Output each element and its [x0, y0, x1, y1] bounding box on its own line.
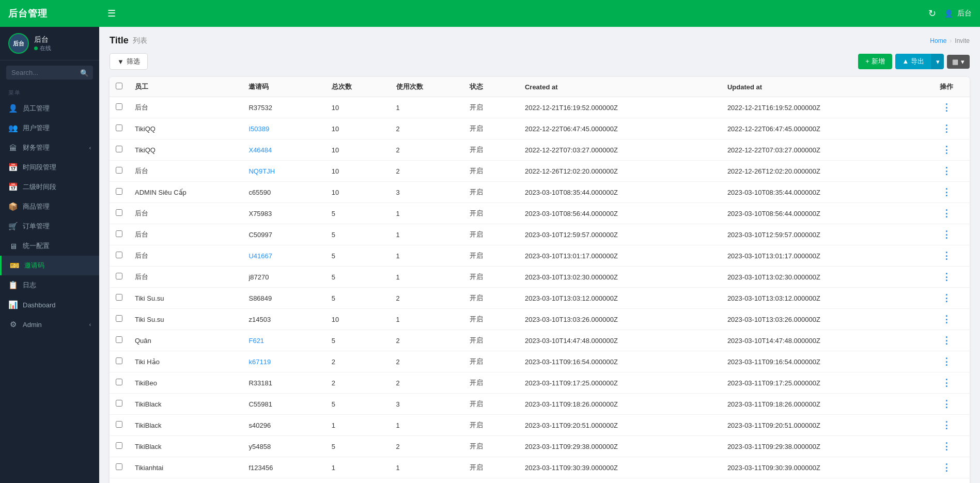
row-checkbox-0[interactable]	[116, 103, 122, 110]
select-all-checkbox[interactable]	[116, 83, 122, 89]
row-checkbox-cell-2	[110, 139, 129, 161]
row-total-14: 5	[325, 394, 390, 415]
action-menu-10[interactable]: ⋮	[942, 314, 951, 324]
row-checkbox-6[interactable]	[116, 230, 122, 237]
action-menu-2[interactable]: ⋮	[942, 145, 951, 155]
row-action-10[interactable]: ⋮	[924, 309, 970, 330]
row-action-1[interactable]: ⋮	[924, 118, 970, 139]
sidebar-item-invite[interactable]: 🎫 邀请码	[0, 256, 99, 275]
row-checkbox-15[interactable]	[116, 421, 122, 428]
row-action-5[interactable]: ⋮	[924, 203, 970, 224]
row-invite-code-12[interactable]: k67119	[242, 351, 325, 372]
row-action-14[interactable]: ⋮	[924, 394, 970, 415]
search-icon-button[interactable]: 🔍	[80, 69, 89, 76]
sidebar-item-timeslot[interactable]: 📅 时间段管理	[0, 158, 99, 177]
action-menu-6[interactable]: ⋮	[942, 229, 951, 240]
row-checkbox-4[interactable]	[116, 188, 122, 195]
action-menu-11[interactable]: ⋮	[942, 335, 951, 346]
row-action-15[interactable]: ⋮	[924, 415, 970, 436]
top-bar-user[interactable]: 👤 后台	[944, 9, 972, 18]
sidebar-item-employees[interactable]: 👤 员工管理	[0, 99, 99, 118]
action-menu-7[interactable]: ⋮	[942, 251, 951, 261]
row-action-18[interactable]: ⋮	[924, 478, 970, 484]
action-menu-17[interactable]: ⋮	[942, 462, 951, 473]
row-action-13[interactable]: ⋮	[924, 372, 970, 394]
action-menu-16[interactable]: ⋮	[942, 441, 951, 451]
breadcrumb-home[interactable]: Home	[930, 37, 946, 44]
action-menu-13[interactable]: ⋮	[942, 378, 951, 388]
row-status-8: 开启	[463, 267, 519, 288]
sidebar-item-dashboard[interactable]: 📊 Dashboard	[0, 295, 99, 315]
filter-button[interactable]: ▼ 筛选	[110, 53, 148, 70]
row-checkbox-5[interactable]	[116, 209, 122, 216]
row-invite-code-11[interactable]: F621	[242, 330, 325, 351]
row-checkbox-16[interactable]	[116, 442, 122, 449]
row-invite-code-3[interactable]: NQ9TJH	[242, 161, 325, 182]
row-action-12[interactable]: ⋮	[924, 351, 970, 372]
sidebar-item-config[interactable]: 🖥 统一配置	[0, 236, 99, 256]
row-checkbox-2[interactable]	[116, 146, 122, 152]
action-menu-14[interactable]: ⋮	[942, 399, 951, 409]
action-menu-0[interactable]: ⋮	[942, 102, 951, 113]
action-menu-3[interactable]: ⋮	[942, 166, 951, 176]
row-checkbox-13[interactable]	[116, 379, 122, 385]
table-row: 后台 NQ9TJH 10 2 开启 2022-12-26T12:02:20.00…	[110, 161, 970, 182]
sidebar-item-admin[interactable]: ⚙ Admin ‹	[0, 315, 99, 334]
row-checkbox-3[interactable]	[116, 167, 122, 174]
row-invite-code-2[interactable]: X46484	[242, 139, 325, 161]
row-invite-code-7[interactable]: U41667	[242, 245, 325, 267]
row-action-9[interactable]: ⋮	[924, 288, 970, 309]
row-checkbox-7[interactable]	[116, 252, 122, 258]
sidebar-item-timeslot2[interactable]: 📅 二级时间段	[0, 177, 99, 197]
col-created: Created at	[519, 77, 721, 97]
row-total-11: 5	[325, 330, 390, 351]
hamburger-menu[interactable]: ☰	[107, 8, 116, 19]
row-action-17[interactable]: ⋮	[924, 457, 970, 478]
row-checkbox-cell-6	[110, 224, 129, 245]
row-checkbox-11[interactable]	[116, 336, 122, 343]
action-menu-8[interactable]: ⋮	[942, 272, 951, 282]
action-menu-12[interactable]: ⋮	[942, 356, 951, 367]
sidebar-search[interactable]: 🔍	[6, 66, 93, 80]
row-action-4[interactable]: ⋮	[924, 182, 970, 203]
row-checkbox-cell-10	[110, 309, 129, 330]
action-menu-1[interactable]: ⋮	[942, 123, 951, 134]
sidebar-item-users[interactable]: 👥 用户管理	[0, 118, 99, 138]
new-button[interactable]: + 新增	[858, 54, 892, 69]
row-checkbox-1[interactable]	[116, 124, 122, 131]
row-action-7[interactable]: ⋮	[924, 245, 970, 267]
row-action-16[interactable]: ⋮	[924, 436, 970, 457]
refresh-icon[interactable]: ↻	[928, 8, 936, 19]
sidebar-item-logs[interactable]: 📋 日志	[0, 275, 99, 295]
col-employee: 员工	[129, 77, 242, 97]
row-checkbox-cell-13	[110, 372, 129, 394]
sidebar-item-orders[interactable]: 🛒 订单管理	[0, 216, 99, 236]
row-checkbox-14[interactable]	[116, 400, 122, 407]
row-checkbox-8[interactable]	[116, 273, 122, 279]
row-action-2[interactable]: ⋮	[924, 139, 970, 161]
row-invite-code-18[interactable]: N75953	[242, 478, 325, 484]
row-action-8[interactable]: ⋮	[924, 267, 970, 288]
columns-button[interactable]: ▦ ▾	[947, 55, 970, 69]
row-status-18: 开启	[463, 478, 519, 484]
row-checkbox-10[interactable]	[116, 315, 122, 322]
row-action-11[interactable]: ⋮	[924, 330, 970, 351]
action-menu-5[interactable]: ⋮	[942, 208, 951, 219]
action-menu-15[interactable]: ⋮	[942, 420, 951, 430]
row-updated-9: 2023-03-10T13:03:12.000000Z	[721, 288, 924, 309]
action-menu-9[interactable]: ⋮	[942, 293, 951, 303]
row-action-6[interactable]: ⋮	[924, 224, 970, 245]
action-menu-4[interactable]: ⋮	[942, 187, 951, 197]
row-checkbox-17[interactable]	[116, 463, 122, 470]
export-dropdown-button[interactable]: ▾	[931, 54, 944, 69]
row-status-16: 开启	[463, 436, 519, 457]
row-created-6: 2023-03-10T12:59:57.000000Z	[519, 224, 721, 245]
row-action-0[interactable]: ⋮	[924, 97, 970, 118]
sidebar-item-products[interactable]: 📦 商品管理	[0, 197, 99, 216]
row-action-3[interactable]: ⋮	[924, 161, 970, 182]
sidebar-item-finance[interactable]: 🏛 财务管理 ‹	[0, 138, 99, 158]
row-invite-code-1[interactable]: I50389	[242, 118, 325, 139]
export-button[interactable]: ▲ 导出	[895, 54, 931, 69]
row-checkbox-12[interactable]	[116, 357, 122, 364]
row-checkbox-9[interactable]	[116, 294, 122, 301]
